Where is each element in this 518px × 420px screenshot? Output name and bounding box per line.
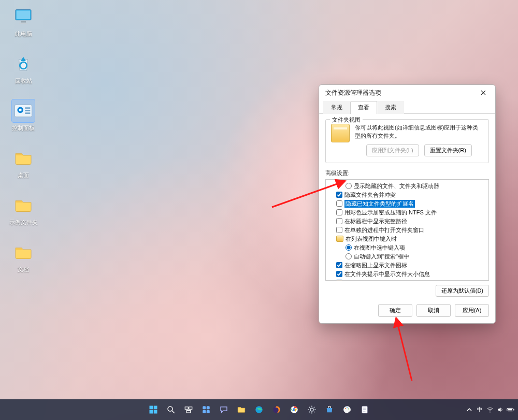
taskbar-explorer[interactable] [234, 402, 249, 417]
svg-point-6 [19, 109, 22, 111]
ok-button[interactable]: 确定 [378, 304, 412, 317]
radio-input[interactable] [346, 183, 352, 189]
svg-rect-19 [189, 407, 192, 410]
dialog-titlebar[interactable]: 文件资源管理器选项 [319, 85, 495, 100]
dialog-footer: 确定 取消 应用(A) [319, 299, 495, 323]
taskbar-taskview[interactable] [181, 402, 196, 417]
advanced-setting-item[interactable]: 隐藏已知文件类型的扩展名 [327, 199, 487, 208]
advanced-setting-item[interactable]: 在预览窗格中显示预览控件 [327, 279, 487, 281]
folder-icon [331, 124, 350, 142]
tray-wifi-icon[interactable] [486, 405, 494, 414]
desktop-icon-label: 此电脑 [5, 30, 41, 38]
desktop-icon-recycle-bin[interactable]: 回收站 [5, 52, 41, 85]
checkbox-input[interactable] [336, 218, 342, 224]
taskbar-settings[interactable] [305, 402, 319, 417]
svg-rect-14 [150, 410, 153, 414]
desktop-icon-this-pc[interactable]: 此电脑 [5, 5, 41, 38]
desktop-icon-folder-sample[interactable]: 示例文件夹 [5, 194, 41, 226]
desktop-icon-label: 回收站 [5, 77, 41, 85]
advanced-setting-item[interactable]: 显示隐藏的文件、文件夹和驱动器 [327, 182, 487, 191]
tray-volume-icon[interactable] [496, 405, 505, 414]
advanced-setting-label: 在列表视图中键入时 [346, 235, 397, 243]
advanced-setting-item[interactable]: 隐藏文件夹合并冲突 [327, 191, 487, 199]
svg-rect-3 [19, 23, 28, 24]
advanced-setting-item[interactable]: 在标题栏中显示完整路径 [327, 217, 487, 226]
dialog-body: 文件夹视图 你可以将此视图(如详细信息或图标)应用于这种类型的所有文件夹。 应用… [319, 114, 495, 299]
svg-line-17 [172, 411, 175, 413]
radio-input[interactable] [346, 253, 352, 259]
taskbar-edge[interactable] [252, 402, 266, 417]
folder-view-legend: 文件夹视图 [330, 116, 363, 124]
advanced-setting-label: 在预览窗格中显示预览控件 [344, 279, 413, 281]
taskbar-firefox[interactable] [269, 402, 284, 417]
tray-battery-icon[interactable] [507, 405, 515, 414]
advanced-setting-item[interactable]: 在缩略图上显示文件图标 [327, 261, 487, 270]
taskbar-widgets[interactable] [199, 402, 213, 417]
checkbox-input[interactable] [336, 192, 342, 198]
reset-folders-button[interactable]: 重置文件夹(R) [424, 144, 472, 156]
apply-to-folders-button[interactable]: 应用到文件夹(L) [366, 144, 419, 156]
svg-rect-22 [207, 406, 210, 409]
svg-rect-39 [508, 409, 512, 411]
checkbox-input[interactable] [336, 271, 342, 277]
paint-icon [342, 405, 352, 414]
dialog-title: 文件资源管理器选项 [325, 89, 476, 97]
checkbox-input[interactable] [336, 280, 342, 281]
svg-point-29 [310, 408, 313, 411]
advanced-setting-item[interactable]: 在文件夹提示中显示文件大小信息 [327, 270, 487, 279]
svg-point-32 [348, 408, 349, 409]
apply-button[interactable]: 应用(A) [455, 304, 489, 317]
svg-rect-1 [17, 10, 31, 19]
advanced-setting-item[interactable]: 用彩色显示加密或压缩的 NTFS 文件 [327, 208, 487, 217]
tray-ime-icon[interactable]: 中 [476, 405, 484, 414]
taskbar-store[interactable] [322, 402, 337, 417]
close-button[interactable] [476, 86, 491, 99]
desktop-icon-label: 示例文件夹 [5, 219, 41, 226]
desktop-icon-control-panel[interactable]: 控制面板 [5, 99, 41, 132]
gear-icon [307, 405, 316, 414]
checkbox-input[interactable] [336, 262, 342, 268]
desktop-icon-label: 文档 [5, 266, 41, 273]
advanced-setting-label: 在视图中选中键入项 [354, 244, 405, 252]
svg-rect-8 [25, 110, 30, 111]
desktop-icon-folder-desktop[interactable]: 桌面 [5, 147, 41, 179]
svg-rect-23 [203, 410, 206, 413]
advanced-setting-item[interactable]: 自动键入到"搜索"框中 [327, 252, 487, 261]
windows-start-icon [149, 405, 158, 414]
folder-view-group: 文件夹视图 你可以将此视图(如详细信息或图标)应用于这种类型的所有文件夹。 应用… [325, 119, 489, 163]
taskbar-paint[interactable] [340, 402, 354, 417]
recycle-bin-icon [12, 52, 35, 75]
tab-general[interactable]: 常规 [323, 101, 350, 114]
radio-input[interactable] [346, 244, 352, 251]
advanced-settings-tree[interactable]: 显示隐藏的文件、文件夹和驱动器隐藏文件夹合并冲突隐藏已知文件类型的扩展名用彩色显… [325, 179, 489, 281]
folder-icon [336, 236, 343, 242]
svg-rect-21 [203, 406, 206, 409]
tray-chevron-up-icon[interactable] [465, 405, 473, 414]
checkbox-input[interactable] [336, 209, 342, 215]
svg-point-16 [168, 407, 172, 411]
desktop-icon-label: 控制面板 [5, 124, 41, 132]
checkbox-input[interactable] [336, 200, 342, 207]
advanced-setting-item[interactable]: 在列表视图中键入时 [327, 235, 487, 243]
folder-icon [12, 147, 35, 169]
chrome-icon [290, 405, 299, 414]
advanced-setting-label: 在缩略图上显示文件图标 [344, 262, 407, 269]
restore-defaults-button[interactable]: 还原为默认值(D) [436, 285, 489, 297]
taskbar-start[interactable] [146, 402, 161, 417]
taskbar-notepad[interactable] [357, 402, 372, 417]
tab-search[interactable]: 搜索 [377, 101, 404, 114]
svg-rect-12 [150, 406, 153, 410]
desktop-icon-folder-docs[interactable]: 文档 [5, 241, 41, 273]
advanced-setting-item[interactable]: 在视图中选中键入项 [327, 243, 487, 252]
taskbar-search[interactable] [164, 402, 178, 417]
advanced-setting-item[interactable]: 在单独的进程中打开文件夹窗口 [327, 226, 487, 235]
tab-view[interactable]: 查看 [350, 101, 377, 114]
taskbar-chrome[interactable] [287, 402, 301, 417]
checkbox-input[interactable] [336, 227, 342, 233]
firefox-icon [272, 405, 281, 414]
cancel-button[interactable]: 取消 [416, 304, 451, 317]
advanced-setting-label: 在标题栏中显示完整路径 [344, 218, 407, 225]
taskbar-chat[interactable] [217, 402, 231, 417]
widgets-icon [202, 405, 211, 414]
task-view-icon [184, 405, 193, 414]
